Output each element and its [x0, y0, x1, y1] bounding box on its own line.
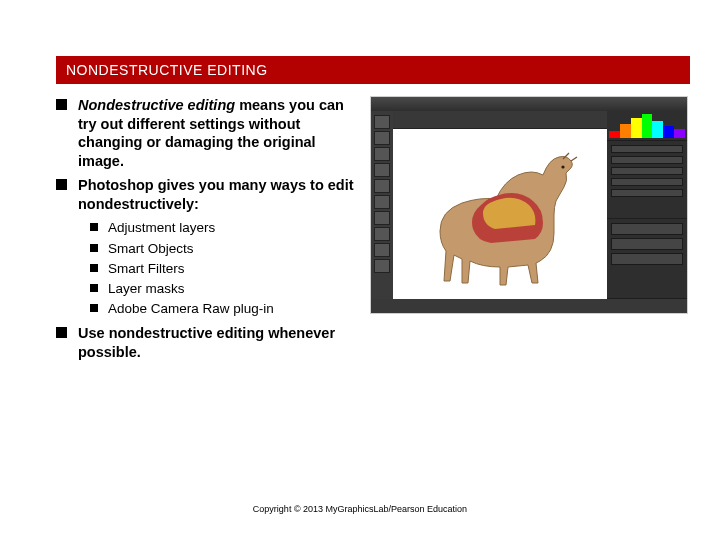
- ps-slider: [611, 189, 683, 197]
- histogram-bar: [652, 121, 663, 139]
- sub-bullet-3: Smart Filters: [78, 260, 356, 278]
- ps-tool-icon: [374, 147, 390, 161]
- ps-layer-row: [611, 253, 683, 265]
- ps-tool-icon: [374, 243, 390, 257]
- ps-slider: [611, 167, 683, 175]
- histogram-bar: [631, 118, 642, 138]
- ps-tool-icon: [374, 163, 390, 177]
- ps-right-panels: [607, 111, 687, 299]
- ps-canvas: [393, 129, 607, 299]
- ps-layers-panel: [607, 219, 687, 299]
- sub-bullet-2: Smart Objects: [78, 240, 356, 258]
- ps-layer-row: [611, 238, 683, 250]
- bullet-2-text: Photoshop gives you many ways to edit no…: [78, 177, 354, 212]
- camel-image: [413, 147, 593, 287]
- bullet-list: Nondestructive editing means you can try…: [56, 96, 356, 361]
- ps-tool-icon: [374, 259, 390, 273]
- bullet-3: Use nondestructive editing whenever poss…: [56, 324, 356, 361]
- sub-bullet-list: Adjustment layers Smart Objects Smart Fi…: [78, 219, 356, 318]
- ps-properties-panel: [607, 141, 687, 219]
- ps-slider: [611, 145, 683, 153]
- ps-tools-panel: [371, 111, 393, 299]
- histogram-bar: [609, 131, 620, 139]
- copyright-footer: Copyright © 2013 MyGraphicsLab/Pearson E…: [0, 504, 720, 514]
- histogram-bar: [620, 124, 631, 138]
- ps-titlebar: [371, 97, 687, 111]
- histogram-bar: [674, 129, 685, 138]
- ps-tool-icon: [374, 227, 390, 241]
- bullet-1-term: Nondestructive editing: [78, 97, 235, 113]
- slide-body: Nondestructive editing means you can try…: [56, 96, 356, 367]
- histogram-bar: [642, 114, 653, 138]
- slide-title: NONDESTRUCTIVE EDITING: [66, 62, 268, 78]
- sub-bullet-4: Layer masks: [78, 280, 356, 298]
- bullet-1: Nondestructive editing means you can try…: [56, 96, 356, 170]
- slide-title-bar: NONDESTRUCTIVE EDITING: [56, 56, 690, 84]
- ps-tool-icon: [374, 211, 390, 225]
- ps-histogram-panel: [607, 111, 687, 141]
- ps-layer-row: [611, 223, 683, 235]
- ps-options-bar: [393, 111, 607, 129]
- ps-slider: [611, 178, 683, 186]
- svg-point-0: [561, 165, 564, 168]
- histogram-bar: [663, 126, 674, 139]
- ps-status-bar: [371, 299, 687, 313]
- sub-bullet-1: Adjustment layers: [78, 219, 356, 237]
- ps-tool-icon: [374, 179, 390, 193]
- ps-tool-icon: [374, 115, 390, 129]
- ps-tool-icon: [374, 131, 390, 145]
- sub-bullet-5: Adobe Camera Raw plug-in: [78, 300, 356, 318]
- ps-tool-icon: [374, 195, 390, 209]
- bullet-2: Photoshop gives you many ways to edit no…: [56, 176, 356, 318]
- photoshop-screenshot: [370, 96, 688, 314]
- ps-slider: [611, 156, 683, 164]
